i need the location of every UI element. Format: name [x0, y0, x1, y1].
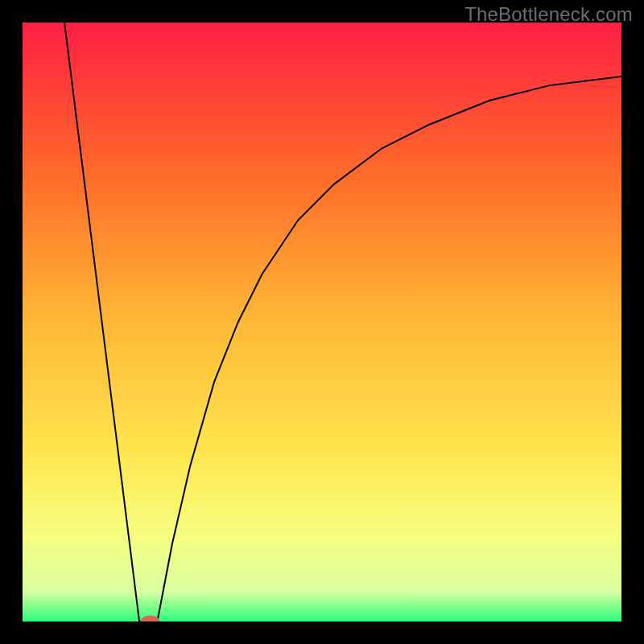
- bottleneck-chart: [23, 23, 621, 621]
- outer-black-frame: TheBottleneck.com: [0, 0, 644, 644]
- watermark-label: TheBottleneck.com: [464, 3, 633, 26]
- chart-background: [23, 23, 621, 621]
